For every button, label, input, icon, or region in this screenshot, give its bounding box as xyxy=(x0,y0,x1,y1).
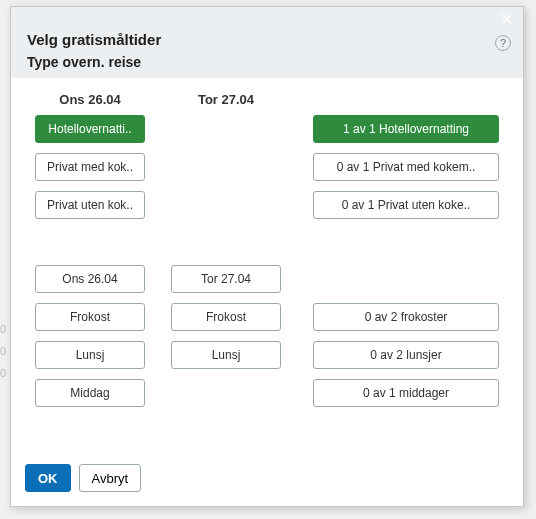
privuten-day1-toggle[interactable]: Privat uten kok.. xyxy=(35,191,145,219)
meal-row-lunsj: Lunsj Lunsj 0 av 2 lunsjer xyxy=(35,341,499,369)
privkok-day1-toggle[interactable]: Privat med kok.. xyxy=(35,153,145,181)
dialog-subtitle: Type overn. reise xyxy=(27,54,507,70)
dialog-footer: OK Avbryt xyxy=(25,464,141,492)
meal-date-row: Ons 26.04 Tor 27.04 xyxy=(35,265,499,293)
accom-row-priv-uten: Privat uten kok.. 0 av 1 Privat uten kok… xyxy=(35,191,499,219)
date-column-headers: Ons 26.04 Tor 27.04 xyxy=(35,92,499,107)
help-icon[interactable] xyxy=(495,35,511,51)
cancel-button[interactable]: Avbryt xyxy=(79,464,142,492)
frokost-day2-toggle[interactable]: Frokost xyxy=(171,303,281,331)
meal-row-middag: Middag 0 av 1 middager xyxy=(35,379,499,407)
dialog-header: Velg gratismåltider Type overn. reise xyxy=(11,7,523,78)
col-header-day2: Tor 27.04 xyxy=(171,92,281,107)
meal-row-frokost: Frokost Frokost 0 av 2 frokoster xyxy=(35,303,499,331)
privkok-summary: 0 av 1 Privat med kokem.. xyxy=(313,153,499,181)
meal-date-day2[interactable]: Tor 27.04 xyxy=(171,265,281,293)
lunsj-day2-toggle[interactable]: Lunsj xyxy=(171,341,281,369)
close-icon[interactable] xyxy=(497,11,515,29)
col-header-day1: Ons 26.04 xyxy=(35,92,145,107)
background-scale: 0 0 0 xyxy=(0,318,6,384)
ok-button[interactable]: OK xyxy=(25,464,71,492)
privuten-summary: 0 av 1 Privat uten koke.. xyxy=(313,191,499,219)
dialog-content: Ons 26.04 Tor 27.04 Hotellovernatti.. 1 … xyxy=(11,78,523,429)
hotel-day1-toggle[interactable]: Hotellovernatti.. xyxy=(35,115,145,143)
frokost-summary: 0 av 2 frokoster xyxy=(313,303,499,331)
free-meals-dialog: Velg gratismåltider Type overn. reise On… xyxy=(10,6,524,507)
meal-date-day1[interactable]: Ons 26.04 xyxy=(35,265,145,293)
lunsj-day1-toggle[interactable]: Lunsj xyxy=(35,341,145,369)
frokost-day1-toggle[interactable]: Frokost xyxy=(35,303,145,331)
accom-row-priv-kok: Privat med kok.. 0 av 1 Privat med kokem… xyxy=(35,153,499,181)
dialog-title: Velg gratismåltider xyxy=(27,31,507,48)
accom-row-hotel: Hotellovernatti.. 1 av 1 Hotellovernatti… xyxy=(35,115,499,143)
middag-day1-toggle[interactable]: Middag xyxy=(35,379,145,407)
middag-summary: 0 av 1 middager xyxy=(313,379,499,407)
lunsj-summary: 0 av 2 lunsjer xyxy=(313,341,499,369)
hotel-summary: 1 av 1 Hotellovernatting xyxy=(313,115,499,143)
